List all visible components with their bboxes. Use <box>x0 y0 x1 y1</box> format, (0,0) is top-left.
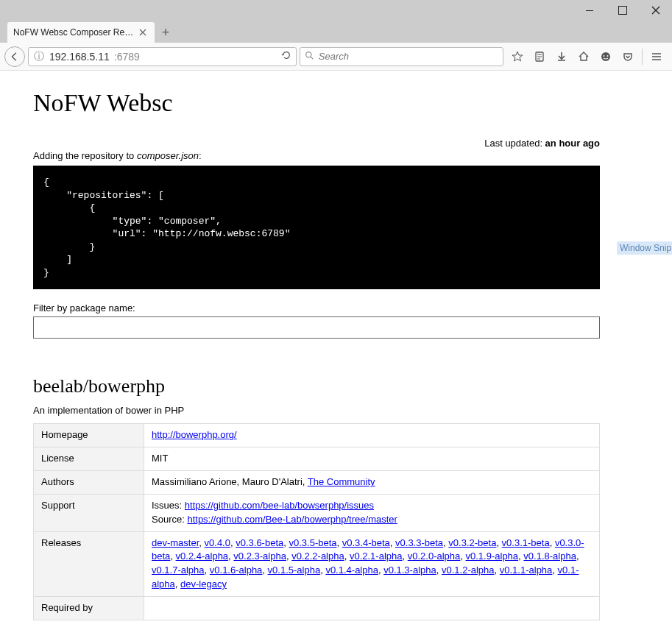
link[interactable]: v0.2.1-alpha <box>350 551 403 562</box>
link[interactable]: v0.1.8-alpha <box>523 551 576 562</box>
package-description: An implementation of bower in PHP <box>33 405 600 416</box>
add-repo-text: Adding the repository to <box>33 150 137 161</box>
link[interactable]: v0.2.3-alpha <box>233 551 286 562</box>
search-input[interactable] <box>319 51 498 62</box>
svg-point-2 <box>601 52 610 61</box>
link[interactable]: v0.1.7-alpha <box>152 564 205 576</box>
link[interactable]: https://github.com/bee-lab/bowserphp/iss… <box>185 500 374 511</box>
link[interactable]: dev-master <box>152 537 199 548</box>
pocket-icon[interactable] <box>617 46 639 67</box>
link[interactable]: v0.1.3-alpha <box>383 564 436 576</box>
table-row: AuthorsMassimiliano Arione, Mauro D'Alat… <box>34 471 600 495</box>
reading-list-icon[interactable] <box>528 46 551 67</box>
home-icon[interactable] <box>573 46 595 67</box>
table-row: Homepagehttp://bowerphp.org/ <box>34 424 600 447</box>
svg-point-0 <box>305 52 311 57</box>
package-block: beelab/bowerphpAn implementation of bowe… <box>33 375 600 620</box>
table-row: SupportIssues: https://github.com/bee-la… <box>34 494 600 531</box>
chat-icon[interactable] <box>595 46 617 67</box>
page-viewport[interactable]: Window Snip NoFW Websc Last updated: an … <box>0 71 672 630</box>
url-bar[interactable]: ⓘ 192.168.5.11:6789 <box>28 47 297 66</box>
link[interactable]: v0.3.4-beta <box>342 537 390 548</box>
window-titlebar <box>0 0 672 21</box>
link[interactable]: https://github.com/Bee-Lab/bowerphp/tree… <box>187 514 397 525</box>
table-row: Required by <box>34 596 600 620</box>
last-updated-label: Last updated: <box>484 138 545 149</box>
link[interactable]: v0.1.1-alpha <box>500 564 553 576</box>
link[interactable]: v0.1.4-alpha <box>325 564 378 576</box>
row-value: MIT <box>144 447 600 471</box>
row-value: dev-master, v0.4.0, v0.3.6-beta, v0.3.5-… <box>144 531 600 596</box>
link[interactable]: v0.2.4-alpha <box>176 551 229 562</box>
toolbar-icons <box>506 46 668 67</box>
url-port: :6789 <box>114 51 140 63</box>
search-icon <box>305 51 314 63</box>
svg-point-4 <box>607 55 609 57</box>
filter-input[interactable] <box>33 316 600 339</box>
package-table: Homepagehttp://bowerphp.org/LicenseMITAu… <box>33 423 600 620</box>
link[interactable]: v0.1.6-alpha <box>210 564 263 576</box>
svg-point-3 <box>604 55 605 57</box>
code-block: { "repositories": [ { "type": "composer"… <box>33 166 600 289</box>
window-snip-overlay: Window Snip <box>617 241 672 255</box>
row-key: Support <box>34 494 144 531</box>
link[interactable]: v0.1.2-alpha <box>442 564 495 576</box>
link[interactable]: v0.1.5-alpha <box>268 564 321 576</box>
window-minimize-button[interactable] <box>573 0 606 21</box>
browser-tab[interactable]: NoFW Websc Composer Repo... <box>7 22 155 43</box>
row-key: Homepage <box>34 424 144 447</box>
new-tab-button[interactable]: + <box>155 22 177 43</box>
link[interactable]: v0.2.0-alpha <box>408 551 461 562</box>
link[interactable]: v0.3.6-beta <box>236 537 283 548</box>
tab-strip: NoFW Websc Composer Repo... + <box>0 21 672 43</box>
link[interactable]: The Community <box>308 476 375 487</box>
link[interactable]: dev-legacy <box>180 578 227 590</box>
link[interactable]: v0.3.1-beta <box>502 537 550 548</box>
table-row: LicenseMIT <box>34 447 600 471</box>
add-repo-instruction: Adding the repository to composer.json: <box>33 150 600 161</box>
row-value: Issues: https://github.com/bee-lab/bowse… <box>144 494 600 531</box>
toolbar-separator <box>642 49 643 65</box>
tab-close-button[interactable] <box>137 26 149 38</box>
downloads-icon[interactable] <box>551 46 573 67</box>
reload-button[interactable] <box>281 50 291 63</box>
link[interactable]: v0.1.9-alpha <box>466 551 519 562</box>
package-name: beelab/bowerphp <box>33 375 600 397</box>
row-value: Massimiliano Arione, Mauro D'Alatri, The… <box>144 471 600 495</box>
back-button[interactable] <box>4 46 25 67</box>
row-value <box>144 596 600 620</box>
browser-toolbar: ⓘ 192.168.5.11:6789 <box>0 43 672 71</box>
link[interactable]: v0.3.2-beta <box>448 537 496 548</box>
add-repo-filename: composer.json <box>137 150 199 161</box>
row-value: http://bowerphp.org/ <box>144 424 600 447</box>
link[interactable]: http://bowerphp.org/ <box>152 429 237 440</box>
window-close-button[interactable] <box>639 0 672 21</box>
search-bar[interactable] <box>300 47 503 66</box>
page-title: NoFW Websc <box>33 89 600 117</box>
row-key: Authors <box>34 471 144 495</box>
row-key: License <box>34 447 144 471</box>
last-updated-value: an hour ago <box>545 138 600 149</box>
row-key: Releases <box>34 531 144 596</box>
link[interactable]: v0.3.3-beta <box>395 537 443 548</box>
tab-title: NoFW Websc Composer Repo... <box>13 27 137 38</box>
window-maximize-button[interactable] <box>606 0 639 21</box>
row-key: Required by <box>34 596 144 620</box>
link[interactable]: v0.4.0 <box>205 537 230 548</box>
menu-icon[interactable] <box>646 46 668 67</box>
filter-label: Filter by package name: <box>33 302 600 314</box>
site-info-icon[interactable]: ⓘ <box>33 50 45 63</box>
url-host: 192.168.5.11 <box>49 51 110 63</box>
table-row: Releasesdev-master, v0.4.0, v0.3.6-beta,… <box>34 531 600 596</box>
last-updated: Last updated: an hour ago <box>33 138 600 149</box>
link[interactable]: v0.3.5-beta <box>289 537 336 548</box>
bookmark-star-icon[interactable] <box>506 46 528 67</box>
link[interactable]: v0.2.2-alpha <box>291 551 344 562</box>
